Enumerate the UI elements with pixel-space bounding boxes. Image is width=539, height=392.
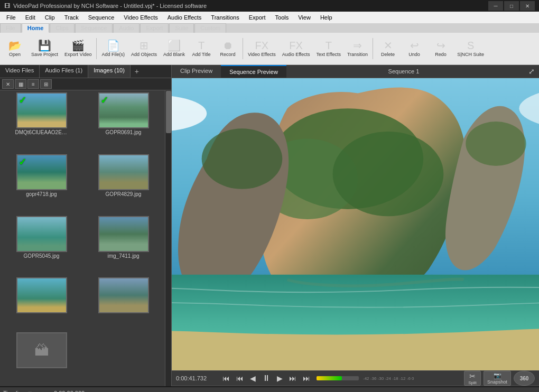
- add-tab-button[interactable]: +: [131, 65, 143, 78]
- toolbar-tab-audio[interactable]: Audio: [113, 23, 140, 33]
- menu-track[interactable]: Track: [60, 13, 83, 22]
- menu-sequence[interactable]: Sequence: [84, 13, 119, 22]
- file-tab-audio-files-1[interactable]: Audio Files (1): [40, 65, 88, 78]
- next-frame-button[interactable]: ⏭: [287, 373, 299, 384]
- preview-controls: 0:00:41.732 ⏮ ⏮ ◀ ⏸ ▶ ⏭ ⏭ -42 -36 -30 -2…: [172, 370, 539, 386]
- thumb-view-tool[interactable]: ▦: [15, 79, 26, 89]
- timeline-header: Timeline ▼ 0:00:00.000: [0, 387, 539, 392]
- delete-toolbar-btn[interactable]: ✕Delete: [375, 35, 401, 62]
- undo-toolbar-btn[interactable]: ↩Undo: [402, 35, 427, 62]
- file-tab-images-10[interactable]: Images (10): [88, 65, 131, 78]
- toolbar-sep-2: [96, 38, 97, 59]
- thumb-delete-tool[interactable]: ✕: [2, 79, 14, 89]
- nch-suite-toolbar-btn[interactable]: SS|NCH Suite: [454, 35, 487, 62]
- menu-help[interactable]: Help: [316, 13, 337, 22]
- toolbar-tab-file[interactable]: File: [0, 23, 21, 33]
- record-toolbar-btn[interactable]: ⏺Record: [215, 35, 240, 62]
- thumbnail-placeholder1[interactable]: 🏔: [2, 332, 81, 384]
- thumbnail-GOPR5045[interactable]: GOPR5045.jpg: [2, 216, 81, 275]
- thumb-label-DMQt6ClUEAAO2ET: DMQt6ClUEAAO2ET.jpg: [15, 129, 68, 135]
- menu-edit[interactable]: Edit: [21, 13, 40, 22]
- add-files-icon: 📄: [107, 40, 120, 51]
- thumb-sort-tool[interactable]: ⊞: [40, 79, 52, 89]
- app-title: VideoPad Professional by NCH Software - …: [13, 3, 207, 9]
- thumbnail-gopr4718[interactable]: ✓gopr4718.jpg: [2, 154, 81, 213]
- toolbar-tab-export[interactable]: Export: [140, 23, 169, 33]
- menu-file[interactable]: File: [2, 13, 20, 22]
- thumbnail-GOPR0691[interactable]: ✓GOPR0691.jpg: [84, 92, 163, 151]
- redo-icon: ↪: [436, 40, 445, 51]
- rewind-button[interactable]: ◀: [248, 373, 258, 384]
- audio-effects-toolbar-btn[interactable]: FXAudio Effects: [280, 35, 313, 62]
- add-files-toolbar-btn[interactable]: 📄Add File(s): [99, 35, 127, 62]
- svg-point-9: [202, 128, 283, 189]
- snapshot-button[interactable]: 📷 Snapshot: [483, 371, 512, 386]
- thumbnail-toolbar: ✕ ▦ ≡ ⊞: [0, 78, 171, 90]
- timeline: Timeline ▼ 0:00:00.000 0:00:00.000 0:01:…: [0, 386, 539, 392]
- thumb-label-GOPR0691: GOPR0691.jpg: [106, 129, 142, 135]
- menubar: FileEditClipTrackSequenceVideo EffectsAu…: [0, 12, 539, 23]
- menu-video-effects[interactable]: Video Effects: [119, 13, 162, 22]
- close-button[interactable]: ✕: [520, 1, 535, 11]
- toolbar-tab-clips[interactable]: Clips: [50, 23, 74, 33]
- open-icon: 📂: [8, 40, 22, 51]
- scroll-thumb[interactable]: [166, 91, 171, 133]
- thumb-list-tool[interactable]: ≡: [27, 79, 39, 89]
- sequence-title: Sequence 1: [388, 68, 425, 74]
- timeline-time-display: 0:00:00.000: [54, 390, 85, 393]
- file-tab-video-files[interactable]: Video Files: [0, 65, 40, 78]
- clip-preview-tab[interactable]: Clip Preview: [172, 65, 221, 78]
- thumbnail-thumb7[interactable]: [2, 277, 81, 329]
- toolbar-sep-11: [373, 38, 373, 59]
- thumb-label-gopr4718: gopr4718.jpg: [26, 191, 57, 197]
- minimize-button[interactable]: ─: [488, 1, 503, 11]
- fullscreen-button[interactable]: ⤢: [526, 66, 537, 77]
- split-button[interactable]: ✂ Split: [464, 371, 481, 386]
- maximize-button[interactable]: □: [504, 1, 519, 11]
- text-effects-toolbar-btn[interactable]: TText Effects: [314, 35, 343, 62]
- menu-audio-effects[interactable]: Audio Effects: [163, 13, 206, 22]
- export-video-icon: 🎬: [71, 40, 85, 51]
- thumbnail-DMQt6ClUEAAO2ET[interactable]: ✓DMQt6ClUEAAO2ET.jpg: [2, 92, 81, 151]
- svg-point-8: [333, 132, 444, 216]
- forward-button[interactable]: ▶: [275, 373, 285, 384]
- menu-clip[interactable]: Clip: [41, 13, 59, 22]
- thumbnail-thumb8[interactable]: [84, 277, 163, 329]
- prev-frame-button[interactable]: ⏮: [234, 373, 246, 384]
- thumbnail-GOPR4829[interactable]: GOPR4829.jpg: [84, 154, 163, 213]
- volume-bar[interactable]: [317, 376, 359, 380]
- export-video-toolbar-btn[interactable]: 🎬Export Video: [62, 35, 94, 62]
- toolbar-tab-home[interactable]: Home: [22, 23, 50, 33]
- toolbar-tab-custom[interactable]: Custom: [194, 23, 226, 33]
- redo-toolbar-btn[interactable]: ↪Redo: [428, 35, 453, 62]
- thumbnail-img_7411[interactable]: img_7411.jpg: [84, 216, 163, 275]
- vr360-button[interactable]: 360: [514, 371, 535, 386]
- menu-transitions[interactable]: Transitions: [207, 13, 243, 22]
- add-blank-toolbar-btn[interactable]: ⬜Add Blank: [161, 35, 188, 62]
- file-tabs: Video FilesAudio Files (1)Images (10)+: [0, 65, 171, 78]
- toolbar-tabs-row: FileHomeClipsSequenceAudioExportSuiteCus…: [0, 23, 539, 33]
- checkmark-overlay: ✓: [18, 95, 26, 106]
- video-effects-toolbar-btn[interactable]: FXVideo Effects: [245, 35, 278, 62]
- save-project-toolbar-btn[interactable]: 💾Save Project: [29, 35, 61, 62]
- open-toolbar-btn[interactable]: 📂Open: [2, 35, 27, 62]
- add-objects-toolbar-btn[interactable]: ⊞Add Objects: [128, 35, 160, 62]
- menu-export[interactable]: Export: [245, 13, 270, 22]
- record-icon: ⏺: [222, 40, 233, 51]
- goto-end-button[interactable]: ⏭: [301, 373, 312, 384]
- undo-icon: ↩: [410, 40, 419, 51]
- toolbar-tab-sequence[interactable]: Sequence: [75, 23, 113, 33]
- play-pause-button[interactable]: ⏸: [260, 372, 273, 384]
- toolbar-content: 📂Open💾Save Project🎬Export Video📄Add File…: [0, 33, 539, 64]
- add-title-icon: T: [198, 40, 205, 51]
- transition-toolbar-btn[interactable]: ⇒Transition: [345, 35, 370, 62]
- add-title-toolbar-btn[interactable]: TAdd Title: [189, 35, 214, 62]
- toolbar-tab-suite[interactable]: Suite: [169, 23, 194, 33]
- menu-view[interactable]: View: [294, 13, 315, 22]
- menu-tools[interactable]: Tools: [271, 13, 293, 22]
- titlebar: 🎞 VideoPad Professional by NCH Software …: [0, 0, 539, 12]
- scrollbar[interactable]: [165, 90, 171, 386]
- goto-start-button[interactable]: ⏮: [220, 373, 232, 384]
- audio-effects-icon: FX: [289, 40, 303, 51]
- sequence-preview-tab[interactable]: Sequence Preview: [221, 65, 286, 78]
